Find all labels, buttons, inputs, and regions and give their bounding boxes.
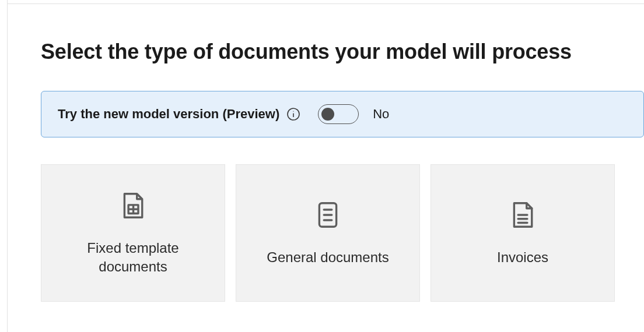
card-general-documents[interactable]: General documents <box>236 164 420 302</box>
document-type-cards: Fixed template documents General documen… <box>41 164 644 302</box>
preview-banner: Try the new model version (Preview) No <box>41 91 644 137</box>
fixed-template-icon <box>117 190 149 221</box>
card-invoices[interactable]: Invoices <box>430 164 615 302</box>
svg-point-2 <box>293 111 294 112</box>
general-documents-icon <box>312 199 344 231</box>
card-label: General documents <box>267 248 388 267</box>
info-icon[interactable] <box>286 107 300 121</box>
preview-toggle[interactable] <box>318 104 359 124</box>
vertical-divider <box>7 0 8 332</box>
invoices-icon <box>507 199 538 231</box>
card-label: Invoices <box>497 248 548 267</box>
card-fixed-template[interactable]: Fixed template documents <box>41 164 225 302</box>
banner-label: Try the new model version (Preview) <box>58 107 279 122</box>
card-label: Fixed template documents <box>53 239 213 277</box>
toggle-knob <box>321 108 334 121</box>
horizontal-divider <box>7 3 644 4</box>
toggle-state-label: No <box>373 107 389 122</box>
page-title: Select the type of documents your model … <box>41 40 644 64</box>
